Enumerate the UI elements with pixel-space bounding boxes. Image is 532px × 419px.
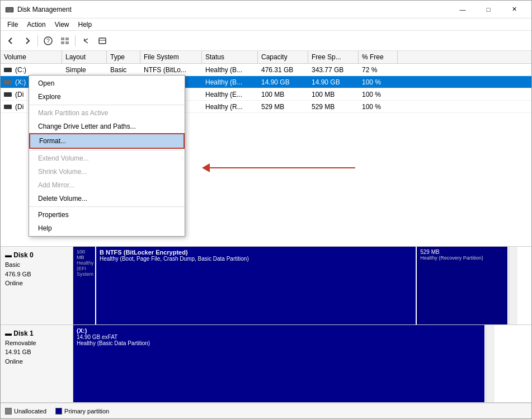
ctx-sep-3	[29, 206, 185, 207]
col-header-volume[interactable]: Volume	[1, 51, 62, 63]
table-body: (C:) Simple Basic NTFS (BitLo... Healthy…	[1, 64, 531, 246]
menu-file[interactable]: File	[3, 20, 22, 30]
disk-management-window: Disk Management — □ ✕ File Action View H…	[0, 0, 532, 419]
minimize-button[interactable]: —	[450, 1, 475, 18]
back-button[interactable]	[3, 34, 18, 48]
help-toolbar-button[interactable]: ?	[40, 34, 56, 48]
disk-status-1: Online	[5, 357, 68, 366]
col-header-capacity[interactable]: Capacity	[258, 51, 308, 63]
partition-recovery[interactable]: 529 MB Healthy (Recovery Partition)	[417, 247, 509, 324]
partition-x-size: 14.90 GB exFAT	[77, 334, 481, 340]
disk-partitions-0: 100 MB Healthy (EFI System B NTFS (BitLo…	[73, 247, 531, 324]
menu-bar: File Action View Help	[1, 18, 531, 31]
arrow-line	[210, 167, 355, 168]
partition-efi-status: Healthy (EFI System	[77, 260, 92, 277]
svg-rect-5	[61, 37, 64, 40]
toolbar-sep-2	[75, 35, 76, 46]
disk-size-0: 476.9 GB	[5, 270, 68, 279]
format-arrow	[202, 163, 355, 172]
partition-main-label: B NTFS (BitLocker Encrypted)	[100, 249, 412, 256]
ctx-sep-1	[29, 105, 185, 105]
scrollbar-disk1[interactable]	[486, 325, 495, 403]
disk-type-0: Basic	[5, 260, 68, 270]
scrollbar-disk0[interactable]	[509, 247, 517, 324]
svg-rect-6	[65, 37, 69, 40]
col-header-fs[interactable]: File System	[140, 51, 202, 63]
legend-unallocated: Unallocated	[5, 408, 46, 415]
forward-button[interactable]	[20, 34, 35, 48]
partition-recovery-status: Healthy (Recovery Partition)	[420, 255, 504, 261]
menu-view[interactable]: View	[50, 20, 74, 30]
partition-main-status: Healthy (Boot, Page File, Crash Dump, Ba…	[100, 256, 412, 262]
context-menu: Open Explore Mark Partition as Active Ch…	[29, 75, 185, 237]
partition-x-status: Healthy (Basic Data Partition)	[77, 340, 481, 346]
view-button[interactable]	[57, 34, 73, 48]
window-title: Disk Management	[17, 6, 450, 13]
fwd2-button[interactable]	[95, 34, 110, 48]
legend-unallocated-label: Unallocated	[14, 408, 46, 415]
col-header-status[interactable]: Status	[202, 51, 258, 63]
legend-primary: Primary partition	[55, 408, 109, 415]
ctx-properties[interactable]: Properties	[29, 208, 185, 222]
disk-name-1: ▬ Disk 1	[5, 328, 68, 338]
partition-recovery-size: 529 MB	[420, 249, 504, 255]
legend-primary-box	[55, 408, 62, 415]
disk-name-0: ▬ Disk 0	[5, 250, 68, 260]
legend: Unallocated Primary partition	[1, 403, 531, 418]
disk-type-1: Removable	[5, 338, 68, 348]
back2-button[interactable]	[78, 34, 93, 48]
ctx-format[interactable]: Format...	[29, 133, 185, 149]
maximize-button[interactable]: □	[475, 1, 501, 18]
disk-size-1: 14.91 GB	[5, 347, 68, 357]
partition-x-label: (X:)	[77, 327, 481, 334]
context-menu-overlay: Open Explore Mark Partition as Active Ch…	[1, 64, 531, 246]
menu-help[interactable]: Help	[74, 20, 97, 30]
svg-rect-7	[61, 41, 64, 44]
toolbar: ?	[1, 31, 531, 51]
disk-panels: ▬ Disk 0 Basic 476.9 GB Online 100 MB He…	[1, 246, 531, 403]
legend-unallocated-box	[5, 408, 12, 415]
col-header-type[interactable]: Type	[107, 51, 140, 63]
toolbar-sep-1	[37, 35, 38, 46]
ctx-help[interactable]: Help	[29, 222, 185, 235]
close-button[interactable]: ✕	[501, 1, 527, 18]
partition-x[interactable]: (X:) 14.90 GB exFAT Healthy (Basic Data …	[73, 325, 486, 403]
ctx-explore[interactable]: Explore	[29, 90, 185, 103]
ctx-change-letter[interactable]: Change Drive Letter and Paths...	[29, 120, 185, 133]
ctx-mark-active: Mark Partition as Active	[29, 106, 185, 120]
window-controls: — □ ✕	[450, 1, 527, 18]
col-header-layout[interactable]: Layout	[62, 51, 107, 63]
partition-efi-label: 100 MB	[77, 249, 92, 260]
ctx-mirror: Add Mirror...	[29, 178, 185, 192]
svg-text:?: ?	[46, 38, 50, 44]
title-bar: Disk Management — □ ✕	[1, 1, 531, 18]
disk-partitions-1: (X:) 14.90 GB exFAT Healthy (Basic Data …	[73, 325, 531, 403]
ctx-delete[interactable]: Delete Volume...	[29, 192, 185, 205]
col-header-freesp[interactable]: Free Sp...	[308, 51, 359, 63]
col-header-pctfree[interactable]: % Free	[359, 51, 398, 63]
main-content: Volume Layout Type File System Status Ca…	[1, 51, 531, 418]
partition-main[interactable]: B NTFS (BitLocker Encrypted) Healthy (Bo…	[96, 247, 417, 324]
disk-panel-0: ▬ Disk 0 Basic 476.9 GB Online 100 MB He…	[1, 247, 531, 325]
svg-rect-8	[65, 41, 69, 44]
app-icon	[5, 5, 14, 14]
ctx-sep-2	[29, 150, 185, 150]
disk-label-1: ▬ Disk 1 Removable 14.91 GB Online	[1, 325, 73, 403]
table-header: Volume Layout Type File System Status Ca…	[1, 51, 531, 64]
ctx-open[interactable]: Open	[29, 77, 185, 90]
legend-primary-label: Primary partition	[64, 408, 109, 415]
svg-rect-9	[99, 38, 106, 44]
ctx-extend: Extend Volume...	[29, 152, 185, 165]
disk-label-0: ▬ Disk 0 Basic 476.9 GB Online	[1, 247, 73, 324]
svg-point-2	[9, 11, 10, 12]
menu-action[interactable]: Action	[22, 20, 50, 30]
partition-efi[interactable]: 100 MB Healthy (EFI System	[73, 247, 96, 324]
disk-status-0: Online	[5, 279, 68, 288]
arrow-head	[202, 163, 210, 172]
ctx-shrink: Shrink Volume...	[29, 165, 185, 178]
disk-panel-1: ▬ Disk 1 Removable 14.91 GB Online (X:) …	[1, 325, 531, 403]
